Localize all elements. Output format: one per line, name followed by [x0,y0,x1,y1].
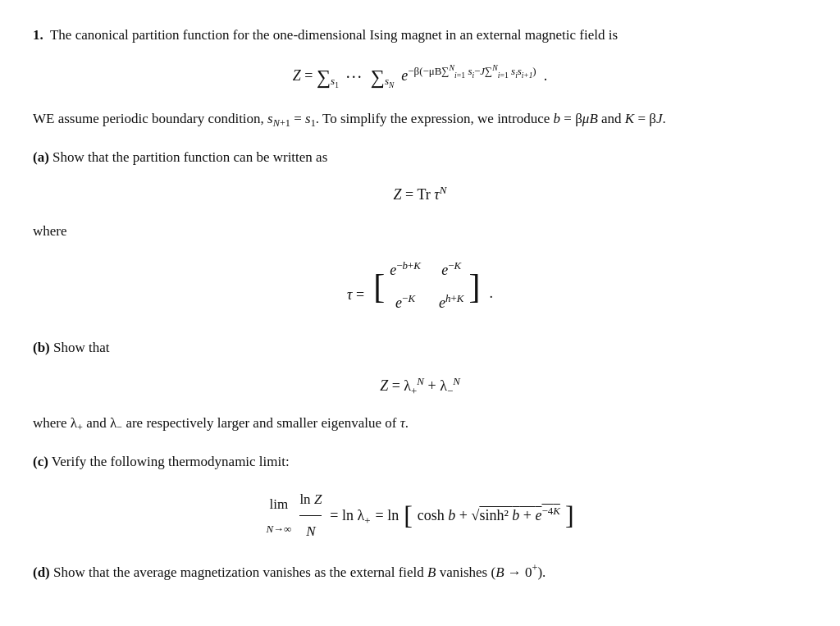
part-b-eigenvalue-text: where λ+ and λ− are respectively larger … [33,413,807,436]
part-a-text: (a) Show that the partition function can… [33,147,807,168]
part-d-section: (d) Show that the average magnetization … [33,560,807,583]
part-a-section: (a) Show that the partition function can… [33,147,807,323]
big-bracket-left: [ [404,502,413,528]
cell-21: e−K [390,288,421,318]
matrix-cells: e−b+K e−K e−K eh+K [386,250,467,322]
part-d-label: (d) [33,564,50,580]
problem-intro: 1. The canonical partition function for … [33,25,807,46]
sN-subscript: sN [385,75,394,87]
part-b-section: (b) Show that Z = λ+N + λ−N where λ+ and… [33,337,807,436]
sN1-sub: N+1 [273,118,290,130]
bracket-right: ] [468,269,480,304]
tau-matrix: [ e−b+K e−K e−K eh+K ] [372,250,482,322]
problem-container: 1. The canonical partition function for … [33,25,807,583]
lim-operator: lim N→∞ [266,491,291,540]
part-a-equation: Z = Tr τN [33,180,807,209]
part-a-N: N [440,184,447,196]
part-c-equation: lim N→∞ ln Z N = ln λ+ = ln [ cosh b + √… [33,486,807,546]
part-a-label: (a) [33,149,49,165]
dots: ··· [346,68,363,86]
bracket-content: cosh b + √sinh² b + e−4K [418,500,560,530]
part-b-label: (b) [33,340,50,355]
s1-subscript: s1 [331,75,339,87]
cell-22: eh+K [439,288,463,318]
part-c-label: (c) [33,454,48,469]
exponent: −β(−μB∑Ni=1 si−J∑Ni=1 sisi+1) [408,65,536,77]
equals1: = ln λ+ [330,500,370,532]
sum-sN: ∑ [371,66,385,88]
part-c-text: (c) Verify the following thermodynamic l… [33,451,807,473]
problem-number: 1. [33,27,43,43]
cell-12: e−K [439,255,463,285]
sum-s1: ∑ [317,66,331,88]
partition-function-equation: Z = ∑s1 ··· ∑sN e−β(−μB∑Ni=1 si−J∑Ni=1 s… [33,57,807,97]
lim-fraction: ln Z N [299,486,322,546]
part-b-equation: Z = λ+N + λ−N [33,371,807,402]
part-d-text: (d) Show that the average magnetization … [33,560,807,583]
part-c-section: (c) Verify the following thermodynamic l… [33,451,807,546]
boundary-condition-text: WE assume periodic boundary condition, s… [33,108,807,131]
cell-11: e−b+K [390,255,421,285]
where-label: where [33,221,807,242]
part-b-text: (b) Show that [33,337,807,359]
bracket-left: [ [373,269,385,304]
intro-text: The canonical partition function for the… [50,27,618,43]
big-bracket-right: ] [565,502,574,528]
tau-matrix-equation: τ = [ e−b+K e−K e−K eh+K ] . [33,250,807,322]
equals2: = ln [376,500,399,530]
